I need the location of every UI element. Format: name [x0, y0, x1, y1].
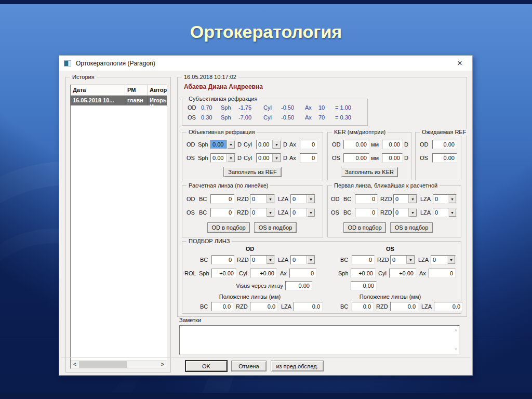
os-fit-visus-input[interactable] — [351, 281, 377, 290]
notes-field[interactable]: ˄ ˅ — [179, 325, 460, 355]
os-bc-input[interactable] — [210, 208, 234, 217]
od-pos-rzd-input[interactable] — [250, 302, 278, 311]
cancel-button[interactable]: Отмена — [231, 361, 267, 371]
sph-label: Sph — [198, 141, 210, 148]
od-ax-input[interactable] — [300, 140, 317, 149]
scroll-left-icon[interactable]: < — [71, 361, 79, 368]
chevron-down-icon[interactable]: ▼ — [406, 256, 415, 264]
os-label: OS — [420, 155, 432, 161]
chevron-down-icon[interactable]: ▼ — [307, 256, 315, 264]
os-expected-ref-input[interactable] — [432, 153, 457, 163]
od-fit-visus-input[interactable] — [285, 281, 312, 290]
scroll-right-icon[interactable]: > — [158, 361, 167, 368]
os-sph-combo[interactable]: 0.00 ▼ — [210, 153, 235, 163]
os-lza-combo[interactable]: 0 ▼ — [433, 208, 457, 217]
ok-button[interactable]: OK — [185, 361, 227, 371]
chevron-down-icon[interactable]: ▼ — [448, 195, 456, 203]
chevron-down-icon[interactable]: ▼ — [266, 256, 274, 264]
chevron-down-icon[interactable]: ▼ — [307, 208, 315, 217]
od-rzd-combo[interactable]: 0 ▼ — [393, 194, 417, 204]
os-pos-lza-input[interactable] — [434, 302, 463, 311]
history-selected-row[interactable]: 16.05.2018 10... главн Игорь И — [71, 96, 167, 105]
column-header-date[interactable]: Дата — [71, 85, 125, 96]
chevron-down-icon[interactable]: ▼ — [408, 195, 417, 203]
fitting-os-refraction-row: Sph Cyl Ax — [338, 269, 456, 278]
od-pos-bc-input[interactable] — [211, 302, 233, 311]
d-label: D — [235, 155, 244, 161]
od-rzd-combo[interactable]: 0 ▼ — [250, 194, 275, 204]
os-cyl-combo-value: 0.00 — [257, 154, 272, 162]
chevron-down-icon[interactable]: ▼ — [272, 140, 281, 149]
chevron-down-icon[interactable]: ▼ — [448, 208, 456, 217]
os-fit-lza-combo[interactable]: 0 ▼ — [431, 255, 456, 264]
os-fit-sph-input[interactable] — [351, 269, 376, 278]
from-previous-exam-button[interactable]: из пред.обслед. — [271, 361, 324, 371]
od-pos-lza-input[interactable] — [294, 302, 323, 311]
scroll-up-icon[interactable]: ˄ — [455, 328, 457, 333]
lza-label: LZA — [275, 257, 290, 263]
column-header-author[interactable]: Автор — [148, 85, 167, 96]
od-to-fitting-button[interactable]: OD в подбор — [207, 222, 250, 233]
chevron-down-icon[interactable]: ▼ — [266, 208, 274, 217]
os-fit-cyl-input[interactable] — [389, 269, 416, 278]
os-ker-mm-input[interactable] — [343, 153, 369, 163]
os-to-fitting-button[interactable]: OS в подбор — [254, 222, 297, 233]
od-to-fitting-button[interactable]: OD в подбор — [343, 222, 386, 233]
slide-title: Ортокератология — [0, 22, 532, 42]
os-pos-bc-input[interactable] — [352, 302, 374, 311]
chevron-down-icon[interactable]: ▼ — [227, 140, 235, 149]
fitting-od-position-row: BC RZD LZA — [200, 302, 323, 311]
chevron-down-icon[interactable]: ▼ — [408, 208, 417, 217]
chevron-down-icon[interactable]: ▼ — [447, 256, 455, 264]
row-date: 16.05.2018 10... — [71, 96, 125, 105]
expected-ref-group: Ожидаемая REF OD OS — [415, 132, 461, 180]
close-icon[interactable]: × — [452, 57, 468, 70]
od-fit-sph-input[interactable] — [211, 269, 236, 278]
os-fit-rzd-combo[interactable]: 0 ▼ — [390, 255, 415, 264]
od-cyl-combo[interactable]: 0.00 ▼ — [256, 140, 281, 149]
chevron-down-icon[interactable]: ▼ — [307, 195, 315, 203]
cyl-label: Cyl — [244, 141, 256, 148]
od-visus-value: 0.70 — [201, 104, 221, 111]
os-rzd-combo[interactable]: 0 ▼ — [393, 208, 417, 217]
scrollbar-thumb[interactable] — [79, 361, 127, 368]
history-list-body — [71, 105, 167, 360]
os-fit-ax-input[interactable] — [429, 269, 456, 278]
chevron-down-icon[interactable]: ▼ — [272, 154, 281, 162]
chevron-down-icon[interactable]: ▼ — [266, 195, 274, 203]
od-lza-combo[interactable]: 0 ▼ — [433, 194, 457, 204]
rzd-label: RZD — [378, 196, 393, 202]
os-fit-bc-input[interactable] — [352, 255, 375, 264]
od-sph-combo[interactable]: 0.00 ▼ — [210, 140, 235, 149]
od-fit-cyl-input[interactable] — [250, 269, 277, 278]
od-lza-combo[interactable]: 0 ▼ — [290, 194, 315, 204]
od-bc-input[interactable] — [210, 194, 234, 204]
os-ax-input[interactable] — [300, 153, 317, 163]
scroll-down-icon[interactable]: ˅ — [455, 347, 457, 352]
row-author: Игорь И — [148, 96, 167, 105]
bc-label: BC — [340, 303, 352, 310]
fill-from-ker-button[interactable]: Заполнить из KER — [341, 167, 398, 177]
os-cyl-combo[interactable]: 0.00 ▼ — [256, 153, 281, 163]
od-fit-lza-combo[interactable]: 0 ▼ — [290, 255, 315, 264]
column-header-pm[interactable]: РМ — [125, 85, 148, 96]
os-lza-combo[interactable]: 0 ▼ — [290, 208, 315, 217]
od-fit-bc-input[interactable] — [211, 255, 234, 264]
fill-from-ref-button[interactable]: Заполнить из REF — [223, 167, 282, 177]
ax-label: Ax — [305, 104, 318, 111]
os-rzd-combo[interactable]: 0 ▼ — [250, 208, 275, 217]
os-ker-d-input[interactable] — [382, 153, 403, 163]
os-rzd-combo-value: 0 — [394, 208, 408, 217]
od-fit-rzd-combo[interactable]: 0 ▼ — [250, 255, 275, 264]
od-ker-mm-input[interactable] — [343, 140, 369, 149]
scrollbar-track[interactable] — [79, 361, 158, 368]
os-pos-rzd-input[interactable] — [390, 302, 418, 311]
od-fit-ax-input[interactable] — [289, 269, 316, 278]
od-bc-input[interactable] — [355, 194, 378, 204]
history-horizontal-scrollbar[interactable]: < > — [71, 360, 167, 368]
os-bc-input[interactable] — [355, 208, 378, 217]
od-ker-d-input[interactable] — [382, 140, 403, 149]
os-to-fitting-button[interactable]: OS в подбор — [390, 222, 433, 233]
od-expected-ref-input[interactable] — [432, 140, 457, 149]
chevron-down-icon[interactable]: ▼ — [227, 154, 235, 162]
